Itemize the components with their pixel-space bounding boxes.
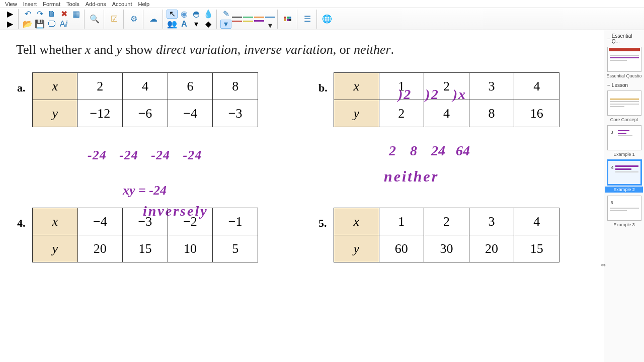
dropdown-icon[interactable]: ▾ [191, 20, 202, 29]
line-black[interactable] [232, 15, 242, 19]
zoom-icon[interactable]: 🔍 [88, 13, 101, 26]
cell: 4 [424, 100, 469, 127]
cell: 10 [168, 235, 213, 262]
cell: −2 [168, 208, 213, 235]
problem-label: a. [17, 81, 26, 95]
table-a: x 2 4 6 8 y −12 −6 −4 −3 [32, 72, 258, 127]
apps-icon[interactable] [281, 13, 294, 26]
page-icon[interactable]: 🗎 [46, 10, 57, 19]
slide-thumb[interactable]: 3 [607, 125, 641, 150]
menu-tools[interactable]: Tools [63, 1, 83, 7]
line-dropdown[interactable]: ▾ [265, 19, 275, 23]
highlight-icon[interactable]: ◉ [179, 10, 190, 19]
table-4: x −4 −3 −2 −1 y 20 15 10 5 [32, 208, 258, 262]
redo-icon[interactable]: ↷ [34, 10, 45, 19]
cloud-icon[interactable]: ☁ [147, 13, 160, 26]
line-red[interactable] [232, 19, 242, 23]
prompt-text: Tell whether x and y show direct variati… [14, 42, 559, 57]
cell: −1 [213, 208, 258, 235]
problem-5: 5. x 1 2 3 4 y 60 30 20 [334, 208, 559, 262]
thumb-label: Core Concept [605, 117, 643, 122]
header-x: x [334, 73, 379, 100]
cell: 20 [77, 235, 123, 262]
save-icon[interactable]: 💾 [34, 20, 45, 29]
main-area: Tell whether x and y show direct variati… [0, 30, 644, 362]
cell: −3 [213, 100, 258, 127]
resize-handle-icon[interactable]: ⇔ [601, 261, 606, 268]
section-essential[interactable]: −Essential Q... [605, 32, 643, 45]
menu-account[interactable]: Account [109, 1, 135, 7]
prompt-y: y [116, 42, 122, 57]
cursor-icon[interactable]: ↖ [167, 10, 178, 19]
people-icon[interactable]: 👥 [167, 20, 178, 29]
slide-thumb[interactable]: 5 [607, 196, 641, 221]
slide-thumb[interactable] [607, 90, 641, 116]
section-lesson[interactable]: −Lesson [605, 81, 643, 89]
eraser-icon[interactable]: ◆ [203, 20, 214, 29]
line-purple[interactable] [254, 19, 264, 23]
text-size-icon[interactable]: Aⅈ [58, 20, 69, 29]
line-green[interactable] [243, 15, 253, 19]
globe-icon[interactable]: 🌐 [320, 13, 334, 26]
slide-thumb[interactable] [607, 47, 641, 72]
cell: 2 [379, 100, 424, 127]
pointer-right-icon[interactable]: ▶ [5, 10, 16, 19]
cell: 16 [514, 100, 559, 127]
line-yellow[interactable] [243, 19, 253, 23]
gear-icon[interactable]: ⚙ [127, 13, 140, 26]
menu-view[interactable]: View [2, 1, 20, 7]
handwriting: )2 )2 )x [398, 86, 466, 103]
undo-icon[interactable]: ↶ [22, 10, 33, 19]
cell: 4 [123, 73, 168, 100]
cell: 4 [514, 208, 559, 235]
problem-a: a. x 2 4 6 8 y −12 −6 −4 [32, 72, 258, 127]
header-y: y [334, 235, 379, 262]
line-orange[interactable] [254, 15, 264, 19]
slide-panel: −Essential Q... Essential Questio −Lesso… [604, 30, 644, 362]
delete-icon[interactable]: ✖ [58, 10, 69, 19]
handwriting: xy = -24 [123, 183, 167, 198]
cell: 60 [379, 235, 424, 262]
shape-icon[interactable]: ◓ [191, 10, 202, 19]
problem-label: 5. [318, 217, 327, 230]
check-icon[interactable]: ☑ [108, 13, 121, 26]
pen-dropdown-icon[interactable]: ▾ [220, 20, 231, 29]
problem-4: 4. x −4 −3 −2 −1 y 20 15 [32, 208, 258, 262]
thumb-label: Example 1 [605, 152, 643, 157]
whiteboard-canvas[interactable]: Tell whether x and y show direct variati… [0, 30, 574, 362]
pen-icon[interactable]: ✎ [220, 10, 231, 19]
text-icon[interactable]: A [179, 20, 190, 29]
menu-addons[interactable]: Add-ons [83, 1, 109, 7]
cell: −4 [77, 208, 123, 235]
problem-label: 4. [17, 217, 26, 230]
open-icon[interactable]: 📂 [22, 20, 33, 29]
header-y: y [33, 235, 78, 262]
menu-help[interactable]: Help [135, 1, 152, 7]
header-y: y [33, 100, 77, 127]
cell: 5 [213, 235, 258, 262]
prompt-seg: Tell whether [16, 42, 85, 57]
ink-icon[interactable]: 💧 [203, 10, 214, 19]
menu-insert[interactable]: Insert [20, 1, 40, 7]
screen-icon[interactable]: 🖵 [46, 20, 57, 29]
problem-b: b. x 1 2 3 4 y 2 4 8 [334, 72, 559, 127]
list-icon[interactable]: ☰ [301, 13, 314, 26]
toolbar: ▶ ▶ ↶ ↷ 🗎 ✖ ▦ 📂 💾 🖵 Aⅈ 🔍 ☑ ⚙ [0, 8, 644, 30]
handwriting: -24 -24 -24 -24 [88, 148, 202, 163]
cell: 15 [514, 235, 559, 262]
menu-format[interactable]: Format [40, 1, 63, 7]
pointer-right-icon[interactable]: ▶ [5, 20, 16, 29]
menu-bar: View Insert Format Tools Add-ons Account… [0, 0, 644, 8]
problem-label: b. [318, 81, 328, 95]
header-x: x [334, 208, 379, 235]
cell: 8 [213, 73, 258, 100]
cell: 2 [77, 73, 123, 100]
cell: 3 [469, 208, 514, 235]
cell: 1 [379, 208, 424, 235]
line-blue[interactable] [265, 15, 275, 19]
slide-thumb-selected[interactable]: 4 [607, 160, 641, 185]
prompt-iv: inverse variation [244, 42, 333, 57]
cell: 30 [424, 235, 469, 262]
header-x: x [33, 208, 78, 235]
grid-icon[interactable]: ▦ [70, 10, 82, 19]
